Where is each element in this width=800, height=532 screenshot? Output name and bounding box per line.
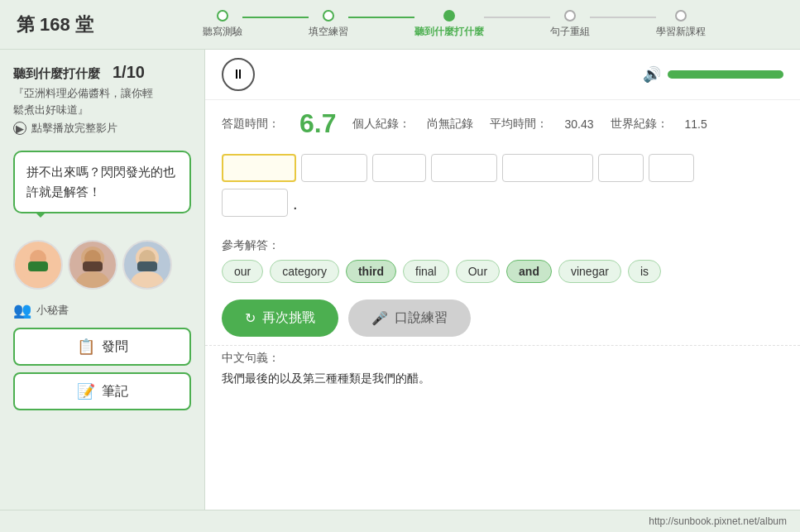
answer-box-3[interactable]	[372, 154, 426, 182]
ref-word-and[interactable]: and	[506, 260, 552, 283]
step-dot-4	[564, 10, 576, 22]
lesson-title: 第 168 堂	[17, 12, 124, 37]
reference-section: 參考解答： our category third final Our and v…	[205, 235, 800, 291]
pause-button[interactable]: ⏸	[222, 58, 255, 91]
volume-section: 🔊	[643, 65, 783, 84]
answer-box-6[interactable]	[598, 154, 644, 182]
ref-word-final[interactable]: final	[403, 260, 449, 283]
player-bar: ⏸ 🔊	[205, 50, 800, 100]
period: .	[293, 194, 298, 217]
answer-row-1	[222, 154, 783, 182]
step-label-5: 學習新課程	[656, 25, 706, 39]
svg-rect-3	[28, 261, 48, 271]
step-dot-3	[443, 10, 455, 22]
step-dot-1	[217, 10, 228, 22]
ref-word-third[interactable]: third	[346, 260, 396, 283]
note-icon: 📝	[77, 382, 95, 400]
pause-icon: ⏸	[232, 67, 245, 82]
answer-box-8[interactable]	[222, 189, 288, 217]
step-label-4: 句子重組	[550, 25, 590, 39]
answer-box-7[interactable]	[649, 154, 694, 182]
avatar-3	[122, 240, 172, 290]
step-dot-2	[323, 10, 334, 22]
svg-rect-7	[83, 261, 103, 271]
sidebar: 聽到什麼打什麼 1/10 『亞洲料理必備醬料，讓你輕鬆煮出好味道』 ▶ 點擊播放…	[0, 50, 205, 510]
personal-label: 個人紀錄：	[352, 117, 410, 132]
average-value: 30.43	[564, 117, 593, 131]
ref-word-Our[interactable]: Our	[456, 260, 500, 283]
main-layout: 聽到什麼打什麼 1/10 『亞洲料理必備醬料，讓你輕鬆煮出好味道』 ▶ 點擊播放…	[0, 50, 800, 510]
avatars	[13, 240, 191, 290]
nav-steps: 聽寫測驗 填空練習 聽到什麼打什麼 句子重組 學習新課程	[124, 10, 783, 39]
ask-button[interactable]: 📋 發問	[13, 328, 191, 366]
svg-point-1	[22, 271, 55, 288]
step-label-3: 聽到什麼打什麼	[414, 25, 484, 39]
progress: 1/10	[113, 63, 145, 81]
answer-box-5[interactable]	[502, 154, 593, 182]
ref-word-vinegar[interactable]: vinegar	[558, 260, 621, 283]
retry-button[interactable]: ↻ 再次挑戰	[222, 300, 338, 337]
speak-icon: 🎤	[371, 310, 388, 326]
nav-line-1	[242, 17, 309, 18]
answer-row-2: .	[222, 189, 783, 217]
meaning-label: 中文句義：	[222, 351, 783, 366]
step-label-2: 填空練習	[309, 25, 348, 39]
hint-box: 拼不出來嗎？閃閃發光的也許就是解答！	[13, 151, 191, 213]
average-label: 平均時間：	[490, 117, 548, 132]
meaning-text: 我們最後的以及第三種種類是我們的醋。	[222, 369, 783, 389]
retry-icon: ↻	[245, 310, 256, 326]
speak-button[interactable]: 🎤 口說練習	[348, 300, 471, 337]
video-link[interactable]: ▶ 點擊播放完整影片	[13, 121, 191, 136]
world-label: 世界紀錄：	[611, 117, 668, 132]
nav-line-2	[348, 17, 414, 18]
nav-step-2[interactable]: 填空練習	[309, 10, 348, 39]
svg-rect-11	[137, 261, 157, 271]
answer-box-4[interactable]	[431, 154, 497, 182]
avatar-1	[13, 240, 63, 290]
answer-box-2[interactable]	[301, 154, 367, 182]
step-label-1: 聽寫測驗	[203, 25, 242, 39]
secretary-label: 👥 小秘書	[13, 301, 191, 319]
svg-point-9	[131, 271, 164, 288]
nav-step-3[interactable]: 聽到什麼打什麼	[414, 10, 484, 39]
step-dot-5	[675, 10, 687, 22]
world-value: 11.5	[685, 117, 707, 131]
ref-word-category[interactable]: category	[270, 260, 339, 283]
note-button[interactable]: 📝 筆記	[13, 372, 191, 410]
subtitle: 『亞洲料理必備醬料，讓你輕鬆煮出好味道』	[13, 85, 191, 117]
meaning-section: 中文句義： 我們最後的以及第三種種類是我們的醋。	[205, 345, 800, 397]
ref-word-our[interactable]: our	[222, 260, 263, 283]
personal-value: 尚無記錄	[427, 117, 473, 132]
stats-row: 答題時間： 6.7 個人紀錄： 尚無記錄 平均時間： 30.43 世界紀錄： 1…	[205, 100, 800, 147]
top-nav: 第 168 堂 聽寫測驗 填空練習 聽到什麼打什麼 句子重組 學習新課程	[0, 0, 800, 50]
footer: http://sunbook.pixnet.net/album	[0, 510, 800, 532]
time-label: 答題時間：	[222, 117, 280, 132]
reference-words: our category third final Our and vinegar…	[222, 260, 783, 283]
avatar-2	[68, 240, 117, 290]
ask-icon: 📋	[77, 338, 95, 356]
nav-step-4[interactable]: 句子重組	[550, 10, 590, 39]
nav-step-1[interactable]: 聽寫測驗	[203, 10, 242, 39]
svg-point-5	[76, 271, 109, 288]
volume-bar[interactable]	[668, 70, 783, 79]
answer-area: .	[205, 147, 800, 235]
exercise-label: 聽到什麼打什麼 1/10	[13, 63, 191, 82]
action-row: ↻ 再次挑戰 🎤 口說練習	[205, 291, 800, 345]
play-icon: ▶	[13, 122, 26, 135]
nav-line-3	[484, 17, 550, 18]
nav-line-4	[590, 17, 656, 18]
content-area: ⏸ 🔊 答題時間： 6.7 個人紀錄： 尚無記錄 平均時間： 30.43 世界紀…	[205, 50, 800, 510]
nav-step-5[interactable]: 學習新課程	[656, 10, 706, 39]
answer-box-1[interactable]	[222, 154, 296, 182]
ref-word-is[interactable]: is	[628, 260, 661, 283]
time-value: 6.7	[299, 108, 336, 139]
reference-label: 參考解答：	[222, 238, 783, 253]
footer-url: http://sunbook.pixnet.net/album	[649, 515, 787, 527]
volume-icon: 🔊	[643, 65, 661, 84]
